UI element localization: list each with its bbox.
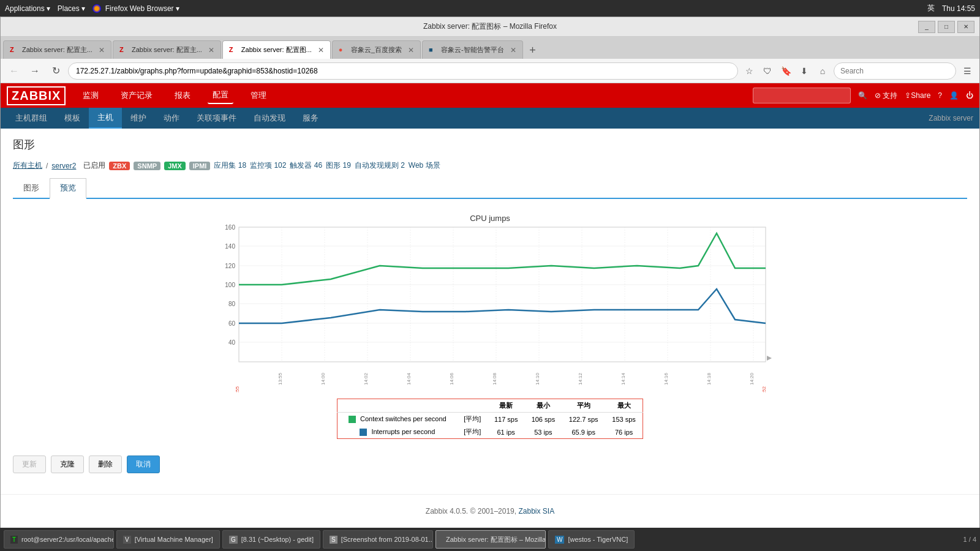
subnav-actions[interactable]: 动作	[155, 108, 188, 129]
share-icon[interactable]: ⇪Share	[905, 91, 930, 100]
svg-text:08-01 14:52: 08-01 14:52	[761, 386, 767, 392]
taskbar-gedit-label: [8.31 (~Desktop) - gedit]	[241, 536, 314, 543]
browser-window: Zabbix server: 配置图标 – Mozilla Firefox _ …	[0, 17, 980, 551]
back-button[interactable]: ←	[6, 62, 23, 80]
legend-color-box-blue	[360, 429, 367, 436]
taskbar-terminal[interactable]: T root@server2:/usr/local/apache...	[4, 530, 114, 549]
svg-text:60: 60	[228, 320, 236, 327]
subnav-correvents[interactable]: 关联项事件	[188, 108, 245, 129]
tab-3-label: Zabbix server: 配置图...	[241, 45, 312, 54]
cpu-chart: CPU jumps	[208, 209, 772, 392]
search-input[interactable]	[834, 62, 956, 80]
nav-config[interactable]: 配置	[208, 87, 233, 104]
address-bar[interactable]	[68, 62, 738, 80]
tab-graph[interactable]: 图形	[13, 178, 50, 198]
places-label: Places	[58, 4, 80, 13]
subnav-autodiscovery[interactable]: 自动发现	[245, 108, 294, 129]
tab-preview[interactable]: 预览	[50, 178, 86, 199]
svg-text:14:08: 14:08	[492, 372, 497, 385]
menu-icon[interactable]: ☰	[960, 64, 974, 78]
tab-4-close[interactable]: ✕	[408, 46, 414, 54]
browser-navbar: ← → ↻ ☆ 🛡 🔖 ⬇ ⌂ ☰	[1, 59, 979, 83]
clone-button[interactable]: 克隆	[51, 455, 84, 473]
svg-text:13:55: 13:55	[277, 372, 283, 385]
update-button[interactable]: 更新	[13, 455, 46, 473]
footer-link[interactable]: Zabbix SIA	[518, 507, 554, 515]
tab-1-close[interactable]: ✕	[99, 46, 105, 54]
os-taskbar: T root@server2:/usr/local/apache... V [V…	[0, 528, 980, 551]
support-icon[interactable]: ⊘ 支持	[875, 91, 897, 101]
reload-button[interactable]: ↻	[47, 62, 64, 80]
search-icon[interactable]: 🔍	[858, 91, 867, 100]
places-menu[interactable]: Places ▾	[58, 4, 85, 13]
bookmark-icon[interactable]: ☆	[742, 64, 756, 78]
badge-snmp: SNMP	[134, 162, 160, 170]
svg-text:140: 140	[225, 243, 235, 250]
form-buttons: 更新 克隆 删除 取消	[13, 455, 967, 473]
taskbar-firefox[interactable]: Zabbix server: 配置图标 – Mozilla...	[435, 530, 546, 549]
link-monitors[interactable]: 监控项 102	[250, 160, 286, 171]
tab-3[interactable]: Z Zabbix server: 配置图... ✕	[222, 40, 331, 59]
applications-arrow: ▾	[47, 4, 50, 13]
breadcrumb-all-hosts[interactable]: 所有主机	[13, 160, 42, 171]
link-graphs[interactable]: 图形 19	[326, 160, 351, 171]
nav-monitoring[interactable]: 监测	[78, 88, 104, 103]
tab-1[interactable]: Z Zabbix server: 配置主... ✕	[3, 40, 111, 59]
tab-5[interactable]: ■ 容象云-智能告警平台 ✕	[422, 40, 523, 59]
taskbar-screenshot[interactable]: S [Screenshot from 2019-08-01...	[323, 530, 433, 549]
power-icon[interactable]: ⏻	[966, 91, 973, 100]
maximize-button[interactable]: □	[938, 21, 955, 33]
tab-3-close[interactable]: ✕	[318, 46, 324, 54]
subnav-hosts[interactable]: 主机	[89, 108, 122, 129]
taskbar-vmm-label: [Virtual Machine Manager]	[135, 536, 213, 543]
applications-label: Applications	[5, 4, 45, 13]
nav-admin[interactable]: 管理	[246, 88, 271, 103]
home-icon[interactable]: ⌂	[815, 64, 830, 78]
cancel-button[interactable]: 取消	[127, 455, 160, 473]
help-icon[interactable]: ?	[938, 91, 942, 100]
svg-text:08-01 13:55: 08-01 13:55	[235, 386, 240, 392]
svg-text:14:18: 14:18	[706, 372, 712, 385]
tab-5-close[interactable]: ✕	[510, 46, 516, 54]
delete-button[interactable]: 删除	[89, 455, 122, 473]
svg-text:100: 100	[225, 282, 235, 288]
minimize-button[interactable]: _	[918, 21, 935, 33]
bookmark-list-icon[interactable]: 🔖	[778, 64, 793, 78]
legend-latest-1: 117 sps	[488, 413, 525, 426]
page-content: 图形 所有主机 / server2 已启用 ZBX SNMP JMX IPMI …	[1, 129, 979, 482]
user-icon[interactable]: 👤	[949, 91, 959, 100]
tab-4[interactable]: ● 容象云_百度搜索 ✕	[332, 40, 421, 59]
legend-max-1: 153 sps	[605, 413, 643, 426]
legend-color-1: Context switches per second	[337, 413, 458, 426]
subnav-templates[interactable]: 模板	[56, 108, 89, 129]
link-appsets[interactable]: 应用集 18	[214, 160, 246, 171]
link-triggers[interactable]: 触发器 46	[290, 160, 322, 171]
download-icon[interactable]: ⬇	[797, 64, 812, 78]
terminal-icon: T	[10, 536, 18, 544]
close-button[interactable]: ✕	[957, 21, 974, 33]
taskbar-vmm[interactable]: V [Virtual Machine Manager]	[116, 530, 220, 549]
taskbar-gedit[interactable]: G [8.31 (~Desktop) - gedit]	[222, 530, 320, 549]
link-web[interactable]: Web 场景	[409, 160, 440, 171]
nav-assets[interactable]: 资产记录	[116, 88, 157, 103]
subnav-services[interactable]: 服务	[294, 108, 327, 129]
graph-container: CPU jumps	[13, 209, 967, 447]
browser-menu[interactable]: Firefox Web Browser ▾	[92, 4, 179, 13]
applications-menu[interactable]: Applications ▾	[5, 4, 50, 13]
svg-text:14:20: 14:20	[749, 372, 755, 385]
svg-text:14:14: 14:14	[620, 372, 626, 385]
new-tab-button[interactable]: +	[524, 42, 541, 59]
nav-reports[interactable]: 报表	[170, 88, 195, 103]
link-autodiscovery[interactable]: 自动发现规则 2	[355, 160, 405, 171]
taskbar-tigervnc[interactable]: W [westos - TigerVNC]	[548, 530, 635, 549]
forward-button[interactable]: →	[26, 62, 43, 80]
gedit-icon: G	[229, 536, 238, 544]
tab-2-close[interactable]: ✕	[208, 46, 214, 54]
breadcrumb-server[interactable]: server2	[51, 162, 76, 170]
subnav-hostgroups[interactable]: 主机群组	[7, 108, 56, 129]
tab-5-favicon: ■	[429, 46, 437, 54]
tab-2[interactable]: Z Zabbix server: 配置主... ✕	[113, 40, 221, 59]
header-search[interactable]	[753, 88, 851, 103]
legend-type-1: [平均]	[458, 413, 488, 426]
subnav-maintenance[interactable]: 维护	[122, 108, 155, 129]
